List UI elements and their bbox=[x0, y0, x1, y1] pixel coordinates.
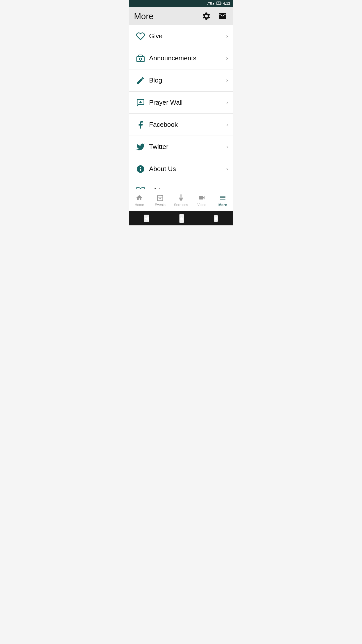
status-time: 4:13 bbox=[223, 2, 230, 6]
nav-sermons-label: Sermons bbox=[174, 203, 188, 207]
pencil-icon bbox=[134, 76, 147, 85]
menu-item-announcements[interactable]: Announcements › bbox=[129, 47, 233, 69]
give-chevron: › bbox=[226, 33, 228, 39]
menu-icon bbox=[219, 194, 227, 202]
nav-item-events[interactable]: Events bbox=[150, 192, 171, 209]
nav-more-label: More bbox=[218, 203, 227, 207]
mail-button[interactable] bbox=[217, 11, 228, 22]
announcements-label: Announcements bbox=[147, 54, 226, 62]
svg-rect-7 bbox=[158, 195, 163, 200]
status-bar: LTE▲ 4:13 bbox=[129, 0, 233, 7]
nav-item-home[interactable]: Home bbox=[129, 192, 150, 209]
facebook-label: Facebook bbox=[147, 121, 226, 129]
twitter-chevron: › bbox=[226, 144, 228, 150]
battery-icon bbox=[216, 2, 221, 6]
heart-icon bbox=[134, 32, 147, 41]
system-nav-bar: ◀ ● ■ bbox=[129, 211, 233, 225]
book-icon bbox=[134, 187, 147, 189]
settings-button[interactable] bbox=[201, 11, 212, 22]
prayer-wall-chevron: › bbox=[226, 99, 228, 106]
about-us-label: About Us bbox=[147, 165, 226, 173]
menu-item-give[interactable]: Give › bbox=[129, 25, 233, 47]
header: More bbox=[129, 7, 233, 25]
video-icon bbox=[198, 194, 206, 202]
bottom-nav: Home Events Sermons bbox=[129, 189, 233, 211]
twitter-label: Twitter bbox=[147, 143, 226, 151]
facebook-icon bbox=[134, 120, 147, 129]
svg-rect-11 bbox=[159, 198, 160, 199]
give-label: Give bbox=[147, 32, 226, 40]
signal-icon: LTE▲ bbox=[206, 2, 215, 5]
microphone-icon bbox=[177, 194, 185, 202]
header-actions bbox=[201, 11, 228, 22]
menu-item-facebook[interactable]: Facebook › bbox=[129, 114, 233, 136]
svg-marker-2 bbox=[218, 2, 219, 4]
back-button[interactable]: ◀ bbox=[144, 215, 149, 222]
prayer-wall-label: Prayer Wall bbox=[147, 99, 226, 106]
home-button[interactable]: ● bbox=[179, 214, 184, 223]
nav-item-video[interactable]: Video bbox=[191, 192, 212, 209]
nav-events-label: Events bbox=[155, 203, 166, 207]
svg-point-4 bbox=[140, 58, 142, 60]
info-icon bbox=[134, 165, 147, 174]
svg-rect-1 bbox=[221, 3, 221, 4]
announcements-chevron: › bbox=[226, 55, 228, 62]
menu-item-blog[interactable]: Blog › bbox=[129, 69, 233, 92]
nav-video-label: Video bbox=[197, 203, 206, 207]
facebook-chevron: › bbox=[226, 122, 228, 128]
page-title: More bbox=[134, 11, 153, 21]
menu-item-bible[interactable]: Bible › bbox=[129, 180, 233, 189]
svg-rect-3 bbox=[137, 56, 144, 62]
prayer-icon bbox=[134, 98, 147, 107]
about-us-chevron: › bbox=[226, 166, 228, 172]
twitter-icon bbox=[134, 142, 147, 151]
nav-home-label: Home bbox=[135, 203, 144, 207]
menu-item-twitter[interactable]: Twitter › bbox=[129, 136, 233, 158]
camera-icon bbox=[134, 54, 147, 63]
blog-label: Blog bbox=[147, 76, 226, 84]
svg-rect-12 bbox=[160, 198, 161, 199]
nav-item-more[interactable]: More bbox=[212, 192, 233, 209]
menu-item-about-us[interactable]: About Us › bbox=[129, 158, 233, 180]
recent-button[interactable]: ■ bbox=[214, 215, 218, 222]
calendar-icon bbox=[156, 194, 164, 202]
menu-list: Give › Announcements › Blog › bbox=[129, 25, 233, 189]
menu-item-prayer-wall[interactable]: Prayer Wall › bbox=[129, 92, 233, 114]
home-icon bbox=[135, 194, 143, 202]
blog-chevron: › bbox=[226, 77, 228, 84]
nav-item-sermons[interactable]: Sermons bbox=[171, 192, 192, 209]
